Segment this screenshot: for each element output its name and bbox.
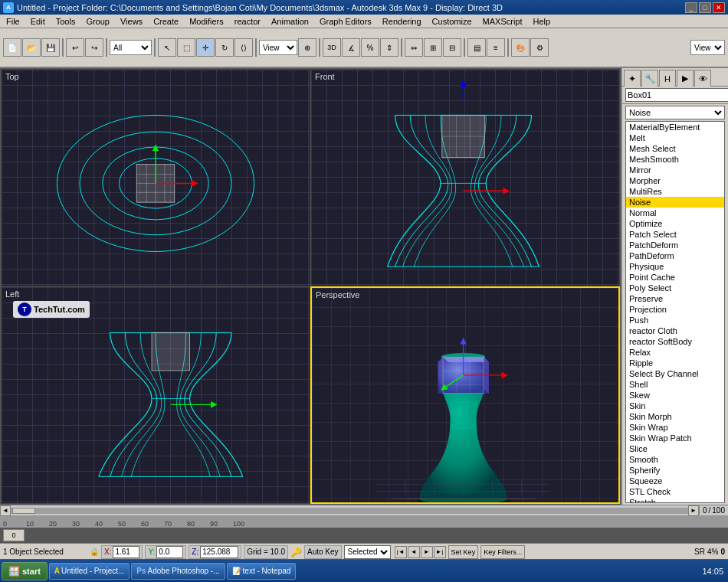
modifier-item[interactable]: MeshSmooth [626,154,724,165]
modifier-item[interactable]: Select By Channel [626,368,724,379]
tab-display[interactable]: 👁 [694,70,711,87]
modifier-list[interactable]: MaterialByElementMeltMesh SelectMeshSmoo… [625,121,725,503]
modifier-item[interactable]: MaterialByElement [626,122,724,132]
modifier-item[interactable]: Stretch [626,497,724,503]
layer-btn[interactable]: ▤ [467,38,486,57]
timeline-track[interactable]: 0 [0,528,728,543]
modifier-item[interactable]: Preserve [626,293,724,304]
modifier-item[interactable]: Point Cache [626,272,724,283]
modifier-item[interactable]: Squeeze [626,476,724,486]
render-setup-btn[interactable]: ⚙ [530,38,549,57]
y-input[interactable] [156,546,183,558]
scroll-track[interactable] [11,508,688,514]
taskbar-3dsmax[interactable]: A Untitled - Project... [49,563,130,580]
modifier-item[interactable]: Skin Wrap Patch [626,433,724,443]
undo-btn[interactable]: ↩ [66,38,84,57]
modifier-item[interactable]: Skin Morph [626,411,724,422]
menu-edit[interactable]: Edit [26,16,50,27]
modifier-item[interactable]: Normal [626,208,724,218]
modifier-item[interactable]: Spherify [626,465,724,476]
modifier-item[interactable]: Relax [626,347,724,358]
modifier-item[interactable]: reactor SoftBody [626,336,724,347]
menu-graph-editors[interactable]: Graph Editors [315,16,376,27]
x-input[interactable] [113,546,139,558]
filter-select[interactable]: All [110,40,152,55]
menu-maxscript[interactable]: MAXScript [478,16,527,27]
modifier-item[interactable]: STL Check [626,486,724,497]
menu-reactor[interactable]: reactor [230,16,265,27]
scroll-thumb[interactable] [12,508,35,514]
select-btn[interactable]: ↖ [158,38,176,57]
modifier-item[interactable]: Shell [626,379,724,390]
redo-btn[interactable]: ↪ [85,38,103,57]
timeline-slider[interactable]: 0 [3,529,25,541]
menu-rendering[interactable]: Rendering [378,16,426,27]
modifier-item[interactable]: MultiRes [626,186,724,197]
set-key-btn[interactable]: Set Key [448,545,479,559]
selected-filter-select[interactable]: Selected [344,545,391,559]
menu-animation[interactable]: Animation [267,16,313,27]
modifier-item[interactable]: Skew [626,390,724,401]
menu-help[interactable]: Help [529,16,556,27]
modifier-item[interactable]: Slice [626,443,724,454]
rotate-btn[interactable]: ↻ [215,38,234,57]
angle-snap-btn[interactable]: ∡ [342,38,360,57]
modifier-item[interactable]: Push [626,315,724,325]
viewport-left[interactable]: Left T TechTut.com [1,286,310,504]
menu-views[interactable]: Views [116,16,147,27]
view-select[interactable]: View [690,40,725,55]
tab-modify[interactable]: 🔧 [641,70,658,87]
modifier-item[interactable]: Melt [626,132,724,143]
z-input[interactable] [200,546,238,558]
menu-create[interactable]: Create [149,16,183,27]
new-btn[interactable]: 📄 [3,38,21,57]
coord-select[interactable]: View [259,40,297,55]
save-btn[interactable]: 💾 [41,38,60,57]
snap3d-btn[interactable]: 3D [323,38,341,57]
play-start-btn[interactable]: |◄ [395,546,407,558]
taskbar-notepad[interactable]: 📝 text - Notepad [227,563,297,580]
scroll-right-btn[interactable]: ► [688,505,699,516]
minimize-button[interactable]: _ [685,2,697,13]
array-btn[interactable]: ⊟ [443,38,461,57]
modifier-item[interactable]: Morpher [626,175,724,186]
modifier-item[interactable]: Skin Wrap [626,422,724,433]
mirror-btn[interactable]: ⇔ [405,38,423,57]
modifier-dropdown[interactable]: MaterialByElementMeltMesh SelectMeshSmoo… [625,106,725,119]
taskbar-photoshop[interactable]: Ps Adobe Photoshop -... [131,563,225,580]
close-button[interactable]: ✕ [713,2,725,13]
next-frame-btn[interactable]: ►| [434,546,446,558]
align-btn[interactable]: ⊞ [424,38,442,57]
menu-customize[interactable]: Customize [428,16,477,27]
move-btn[interactable]: ✛ [196,38,215,57]
modifier-item[interactable]: Noise [626,197,724,208]
percent-snap-btn[interactable]: % [361,38,379,57]
coord-center-btn[interactable]: ⊕ [298,38,316,57]
spinner-snap-btn[interactable]: ⇕ [380,38,398,57]
modifier-item[interactable]: Physique [626,261,724,272]
ribbon-btn[interactable]: ≡ [487,38,505,57]
prev-frame-btn[interactable]: ◄ [408,546,420,558]
key-filters-btn[interactable]: Key Filters... [480,545,525,559]
modifier-item[interactable]: Skin [626,401,724,411]
modifier-item[interactable]: Patch Select [626,229,724,240]
object-name-input[interactable] [625,88,728,102]
tab-hierarchy[interactable]: H [659,70,676,87]
modifier-item[interactable]: reactor Cloth [626,325,724,336]
modifier-item[interactable]: Smooth [626,454,724,465]
modifier-item[interactable]: Mirror [626,165,724,175]
viewport-top[interactable]: Top [1,69,310,286]
start-button[interactable]: 🪟 start [2,562,48,580]
viewport-perspective[interactable]: Perspective [310,286,620,504]
modifier-item[interactable]: Mesh Select [626,143,724,154]
tab-motion[interactable]: ▶ [677,70,694,87]
menu-file[interactable]: File [2,16,25,27]
scale-btn[interactable]: ⟨⟩ [234,38,253,57]
modifier-item[interactable]: PatchDeform [626,240,724,250]
scroll-left-btn[interactable]: ◄ [0,505,11,516]
maximize-button[interactable]: □ [699,2,711,13]
modifier-item[interactable]: Poly Select [626,283,724,293]
open-btn[interactable]: 📂 [22,38,41,57]
modifier-item[interactable]: Optimize [626,218,724,229]
menu-group[interactable]: Group [81,16,114,27]
